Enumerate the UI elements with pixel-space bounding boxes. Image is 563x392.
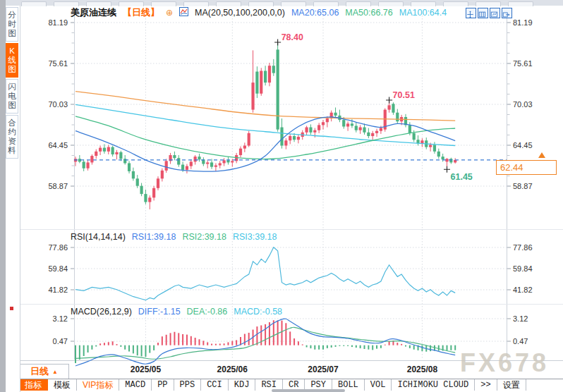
ma-value: MA100:64.4: [399, 8, 447, 18]
macd-header: MACD(26,12,9) DIFF:-1.15DEA:-0.86MACD:-0…: [71, 307, 282, 317]
mini-chart-icon: [179, 7, 188, 18]
toolbar-button-stub[interactable]: [476, 1, 501, 6]
svg-text:41.82: 41.82: [48, 286, 68, 294]
toolbar-button-stub[interactable]: [54, 1, 79, 6]
last-price-box: 62.44: [496, 160, 557, 175]
ma-value: MA50:66.76: [345, 8, 392, 18]
toolbar-button-stub[interactable]: [411, 1, 436, 6]
toolbar-button-stub[interactable]: [443, 1, 468, 6]
period-button-label: 日线: [30, 365, 49, 378]
rsi-value: RSI3:39.18: [233, 232, 277, 242]
rsi-value: RSI1:39.18: [132, 232, 176, 242]
toolbar-button-stub[interactable]: [508, 1, 533, 6]
toolbar-button-stub[interactable]: [346, 1, 371, 6]
macd-values: DIFF:-1.15DEA:-0.86MACD:-0.58: [138, 307, 282, 317]
chart-forward-icon[interactable]: [490, 8, 500, 18]
svg-text:2025/07: 2025/07: [308, 365, 339, 374]
svg-text:78.40: 78.40: [282, 32, 303, 42]
sidebar-item-lightning-chart[interactable]: 闪电图: [6, 79, 18, 114]
svg-text:41.82: 41.82: [513, 286, 533, 294]
chart-toolbar-icons: [466, 8, 512, 18]
macd-value: DIFF:-1.15: [138, 307, 181, 317]
svg-text:75.61: 75.61: [513, 59, 533, 68]
macd-title: MACD(26,12,9): [71, 307, 132, 317]
svg-text:64.45: 64.45: [513, 141, 533, 149]
svg-text:59.84: 59.84: [48, 264, 68, 273]
toolbar-button-stub[interactable]: [378, 1, 404, 6]
tab-kdj[interactable]: KDJ: [229, 379, 256, 391]
svg-text:59.84: 59.84: [513, 264, 533, 273]
svg-text:81.19: 81.19: [48, 18, 68, 27]
ma-value: MA20:65.06: [291, 8, 339, 18]
tab-pp[interactable]: PP: [152, 379, 174, 391]
rsi-title: RSI(14,14,14): [71, 232, 126, 242]
main-chart-header: 美原油连续 【日线】 ⊕ MA(20,50,100,200,0,0) MA20:…: [71, 6, 447, 19]
watermark: FX678: [460, 348, 549, 378]
tab-vip-indicator[interactable]: VIP指标: [77, 379, 119, 391]
rsi-header: RSI(14,14,14) RSI1:39.18RSI2:39.18RSI3:3…: [71, 232, 277, 242]
svg-text:77.86: 77.86: [48, 243, 68, 252]
toolbar-button-stub[interactable]: [216, 1, 241, 6]
toolbar-button-stub[interactable]: [313, 1, 339, 6]
toolbar-button-stub[interactable]: [248, 1, 274, 6]
chart-export-icon[interactable]: [502, 8, 512, 18]
toolbar-button-stub[interactable]: [119, 1, 144, 6]
price-up-arrow-icon: [538, 152, 545, 158]
add-indicator-icon[interactable]: ⊕: [166, 8, 173, 18]
sidebar-item-kline-chart[interactable]: K线图: [6, 43, 18, 78]
macd-value: DEA:-0.86: [187, 307, 228, 317]
caret-up-icon: ▲: [52, 369, 58, 375]
svg-text:70.03: 70.03: [513, 100, 533, 109]
rsi-values: RSI1:39.18RSI2:39.18RSI3:39.18: [132, 232, 277, 242]
rsi-value: RSI2:39.18: [182, 232, 226, 242]
toolbar-button-stub[interactable]: [183, 1, 209, 6]
tab-cci[interactable]: CCI: [201, 379, 229, 391]
sidebar: 分时图K线图闪电图合约资料: [6, 6, 20, 392]
period-tag: 【日线】: [123, 6, 159, 19]
period-button[interactable]: 日线 ▲: [19, 364, 69, 379]
toolbar-button-stub[interactable]: [281, 1, 306, 6]
tab-ichimoku-cloud[interactable]: ICHIMOKU CLOUD: [392, 379, 475, 391]
svg-text:0.47: 0.47: [513, 337, 528, 345]
svg-text:77.86: 77.86: [513, 243, 533, 252]
svg-text:81.19: 81.19: [513, 18, 533, 27]
svg-text:58.87: 58.87: [48, 182, 68, 190]
svg-text:75.61: 75.61: [48, 59, 68, 68]
svg-text:70.03: 70.03: [48, 100, 68, 109]
toolbar-button-stub[interactable]: [21, 1, 47, 6]
svg-text:2025/06: 2025/06: [217, 365, 248, 374]
ma-values: MA20:65.06MA50:66.76MA100:64.4: [291, 8, 447, 18]
svg-text:64.45: 64.45: [48, 141, 68, 149]
crosshair-icon[interactable]: [466, 8, 476, 18]
svg-text:3.12: 3.12: [53, 314, 68, 323]
svg-text:3.12: 3.12: [513, 314, 528, 323]
ma-settings-label: MA(20,50,100,200,0,0): [195, 8, 285, 18]
svg-text:61.45: 61.45: [451, 172, 473, 182]
tab-pps[interactable]: PPS: [174, 379, 202, 391]
chart-canvas[interactable]: 81.1981.1975.6175.6170.0370.0364.4564.45…: [0, 0, 563, 392]
alert-dot: [10, 307, 13, 310]
split-panes-icon[interactable]: [478, 8, 488, 18]
svg-text:2025/05: 2025/05: [131, 365, 162, 374]
horizontal-scrollbar-thumb[interactable]: [272, 389, 345, 392]
svg-text:0.47: 0.47: [53, 337, 68, 345]
sidebar-item-contract-info[interactable]: 合约资料: [6, 115, 18, 159]
top-toolbar-strip: [0, 0, 563, 6]
tab-macd[interactable]: MACD: [119, 379, 152, 391]
left-window-rail: [0, 0, 6, 392]
tab-template[interactable]: 模板: [48, 379, 77, 391]
macd-value: MACD:-0.58: [234, 307, 282, 317]
tab-indicator[interactable]: 指标: [19, 379, 48, 391]
svg-text:58.87: 58.87: [513, 182, 533, 190]
symbol-title: 美原油连续: [71, 6, 116, 19]
tab-vol[interactable]: VOL: [365, 379, 392, 391]
svg-text:2025/08: 2025/08: [407, 365, 438, 374]
tab-more[interactable]: >>: [475, 379, 497, 391]
toolbar-button-stub[interactable]: [151, 1, 176, 6]
sidebar-item-timeshare-chart[interactable]: 分时图: [6, 7, 18, 42]
tab-settings[interactable]: 设置: [497, 379, 526, 391]
toolbar-button-stub[interactable]: [86, 1, 111, 6]
svg-text:70.51: 70.51: [393, 90, 415, 100]
